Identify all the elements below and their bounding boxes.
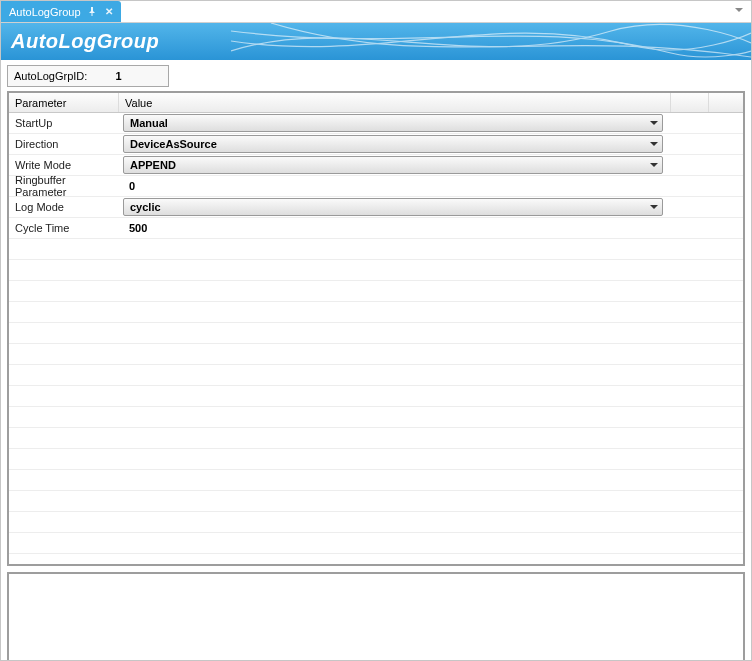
param-value-cell: cyclic <box>119 198 743 216</box>
table-row <box>9 239 743 260</box>
chevron-down-icon <box>650 121 658 125</box>
chevron-down-icon <box>650 205 658 209</box>
table-row <box>9 428 743 449</box>
table-row <box>9 491 743 512</box>
table-row: Write ModeAPPEND <box>9 155 743 176</box>
table-row: Log Modecyclic <box>9 197 743 218</box>
details-panel <box>7 572 745 661</box>
close-icon[interactable]: ✕ <box>103 6 115 18</box>
chevron-down-icon <box>650 163 658 167</box>
param-label: Write Mode <box>9 159 119 171</box>
dropdown-value: APPEND <box>130 159 176 171</box>
column-header-extra2[interactable] <box>709 93 743 112</box>
content-area: AutoLogGrpID: 1 Parameter Value StartUpM… <box>1 60 751 661</box>
tab-strip-menu-button[interactable] <box>733 4 747 18</box>
table-row <box>9 302 743 323</box>
column-header-extra1[interactable] <box>671 93 709 112</box>
dropdown-value: Manual <box>130 117 168 129</box>
param-value-cell: APPEND <box>119 156 743 174</box>
autologgrpid-value: 1 <box>115 70 121 82</box>
param-label: Direction <box>9 138 119 150</box>
header-wave-decoration <box>231 23 751 60</box>
tab-label: AutoLogGroup <box>9 6 81 18</box>
dropdown-value: DeviceAsSource <box>130 138 217 150</box>
table-row <box>9 470 743 491</box>
param-label: Log Mode <box>9 201 119 213</box>
table-row <box>9 449 743 470</box>
parameter-grid: Parameter Value StartUpManualDirectionDe… <box>7 91 745 566</box>
table-row <box>9 533 743 554</box>
param-value-cell: Manual <box>119 114 743 132</box>
grid-header-row: Parameter Value <box>9 93 743 113</box>
log-mode-dropdown[interactable]: cyclic <box>123 198 663 216</box>
grid-body: StartUpManualDirectionDeviceAsSourceWrit… <box>9 113 743 554</box>
startup-dropdown[interactable]: Manual <box>123 114 663 132</box>
param-label: StartUp <box>9 117 119 129</box>
pin-icon[interactable] <box>86 6 98 18</box>
dropdown-value: cyclic <box>130 201 161 213</box>
cycle-time-value[interactable]: 500 <box>123 222 147 234</box>
ringbuffer-parameter-value[interactable]: 0 <box>123 180 135 192</box>
table-row <box>9 386 743 407</box>
table-row: Ringbuffer Parameter0 <box>9 176 743 197</box>
page-title: AutoLogGroup <box>11 30 159 53</box>
direction-dropdown[interactable]: DeviceAsSource <box>123 135 663 153</box>
param-value-cell: 0 <box>119 180 743 192</box>
table-row <box>9 512 743 533</box>
column-header-value[interactable]: Value <box>119 93 671 112</box>
table-row <box>9 323 743 344</box>
autologgrpid-field: AutoLogGrpID: 1 <box>7 65 169 87</box>
chevron-down-icon <box>650 142 658 146</box>
param-label: Cycle Time <box>9 222 119 234</box>
table-row <box>9 344 743 365</box>
table-row <box>9 407 743 428</box>
write-mode-dropdown[interactable]: APPEND <box>123 156 663 174</box>
header-bar: AutoLogGroup <box>1 23 751 60</box>
tab-strip: AutoLogGroup ✕ <box>1 1 751 23</box>
table-row: StartUpManual <box>9 113 743 134</box>
param-label: Ringbuffer Parameter <box>9 174 119 198</box>
table-row: Cycle Time500 <box>9 218 743 239</box>
table-row <box>9 365 743 386</box>
tab-autologgroup[interactable]: AutoLogGroup ✕ <box>1 1 121 22</box>
autologgrpid-label: AutoLogGrpID: <box>14 70 87 82</box>
table-row <box>9 260 743 281</box>
column-header-parameter[interactable]: Parameter <box>9 93 119 112</box>
table-row: DirectionDeviceAsSource <box>9 134 743 155</box>
param-value-cell: DeviceAsSource <box>119 135 743 153</box>
param-value-cell: 500 <box>119 222 743 234</box>
table-row <box>9 281 743 302</box>
